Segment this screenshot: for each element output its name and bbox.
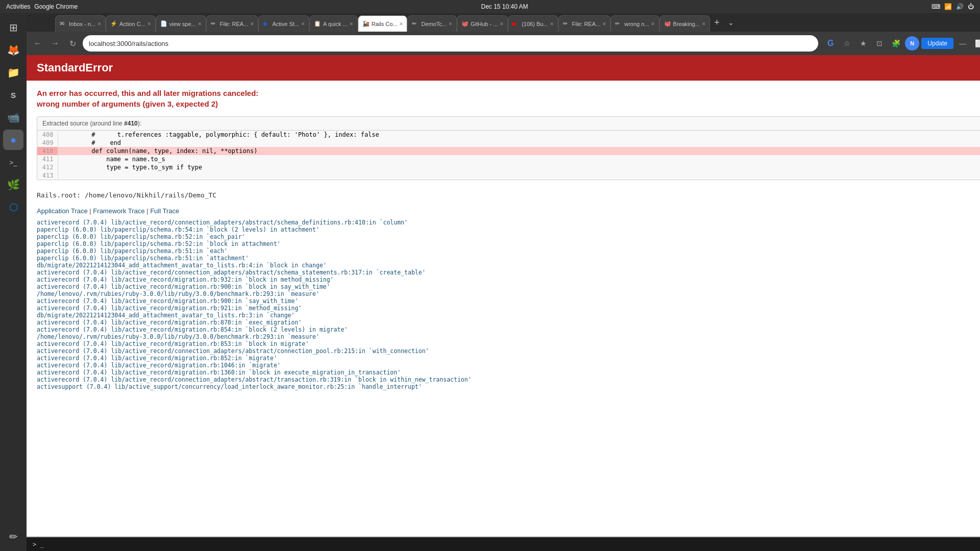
source-label: Extracted source (around line #410): (37, 117, 980, 131)
update-button[interactable]: Update (921, 38, 953, 49)
trace-item-link-0[interactable]: activerecord (7.0.4) lib/active_record/c… (37, 219, 408, 226)
trace-item-link-2[interactable]: paperclip (6.0.0) lib/paperclip/schema.r… (37, 233, 246, 240)
reload-button[interactable]: ↻ (65, 36, 80, 51)
firefox-icon[interactable]: 🦊 (3, 40, 23, 60)
trace-item-link-21[interactable]: activerecord (7.0.4) lib/active_record/m… (37, 369, 401, 376)
trace-list-item: paperclip (6.0.0) lib/paperclip/schema.r… (37, 255, 980, 262)
slack-icon[interactable]: S (3, 85, 23, 105)
sublime-icon[interactable]: ✏ (3, 527, 23, 547)
line-number: 413 (37, 171, 58, 180)
tab-github[interactable]: 🐙 GitHub - ... × (457, 15, 508, 32)
trace-item-link-23[interactable]: activesupport (7.0.4) lib/active_support… (37, 383, 422, 390)
sourcetree-icon[interactable]: 🌿 (3, 174, 23, 195)
os-datetime: Dec 15 10:40 AM (481, 3, 528, 10)
source-block: Extracted source (around line #410): 408… (37, 116, 980, 180)
trace-item-link-8[interactable]: activerecord (7.0.4) lib/active_record/m… (37, 276, 334, 283)
trace-item-link-22[interactable]: activerecord (7.0.4) lib/active_record/c… (37, 376, 472, 383)
toolbar-icons: G ☆ ★ ⊡ 🧩 N Update — ⬜ × (823, 36, 980, 51)
trace-item-link-17[interactable]: activerecord (7.0.4) lib/active_record/m… (37, 340, 309, 347)
tab-viewspec[interactable]: 📄 view spe... × (156, 15, 206, 32)
trace-item-link-13[interactable]: db/migrate/20221214123044_add_attachment… (37, 312, 295, 319)
trace-item-link-5[interactable]: paperclip (6.0.0) lib/paperclip/schema.r… (37, 255, 249, 262)
address-input[interactable] (83, 35, 818, 52)
tab-inbox[interactable]: ✉ Inbox - n... × (55, 15, 106, 32)
trace-item-link-6[interactable]: db/migrate/20221214123044_add_attachment… (37, 262, 327, 269)
tab-railsco[interactable]: 🚂 Rails Co... × (358, 15, 408, 32)
google-search-icon[interactable]: G (823, 36, 838, 51)
network-icon: 📶 (944, 3, 952, 10)
trace-item-link-18[interactable]: activerecord (7.0.4) lib/active_record/c… (37, 347, 429, 355)
tab-action[interactable]: ⚡ Action C... × (106, 15, 156, 32)
terminal-icon[interactable]: >_ (3, 152, 23, 172)
trace-item-link-12[interactable]: activerecord (7.0.4) lib/active_record/m… (37, 305, 302, 312)
trace-item-link-4[interactable]: paperclip (6.0.0) lib/paperclip/schema.r… (37, 247, 228, 255)
tab-106bu-close[interactable]: × (550, 20, 554, 28)
line-code: type = type.to_sym if type (58, 163, 980, 171)
favorites-icon[interactable]: ★ (856, 36, 870, 51)
tab-wrong[interactable]: ✏ wrong n... × (610, 15, 659, 32)
trace-item-link-19[interactable]: activerecord (7.0.4) lib/active_record/m… (37, 355, 277, 362)
trace-item-link-16[interactable]: /home/lenovo/.rvm/rubies/ruby-3.0.0/lib/… (37, 333, 320, 340)
tab-actives[interactable]: ◆ Active St... × (258, 15, 309, 32)
tab-railsco-label: Rails Co... (372, 21, 398, 27)
application-trace-link[interactable]: Application Trace (37, 207, 88, 215)
chrome-icon[interactable]: ● (3, 130, 23, 150)
bookmark-icon[interactable]: ☆ (840, 36, 854, 51)
vscode-icon[interactable]: ⬡ (3, 197, 23, 217)
full-trace-link[interactable]: Full Trace (150, 207, 179, 215)
tab-actives-close[interactable]: × (301, 20, 305, 28)
tab-file-readme2[interactable]: ✏ File: REA... × (558, 15, 611, 32)
trace-item-link-9[interactable]: activerecord (7.0.4) lib/active_record/m… (37, 283, 330, 290)
tab-inbox-favicon: ✉ (60, 20, 67, 28)
trace-list-item: activerecord (7.0.4) lib/active_record/m… (37, 326, 980, 333)
tab-demotc[interactable]: ✏ DemoTc... × (407, 15, 457, 32)
tab-inbox-label: Inbox - n... (69, 21, 95, 27)
rails-root: Rails.root: /home/lenovo/Nikhil/rails/De… (27, 188, 980, 205)
tab-file-readme1-close[interactable]: × (250, 20, 254, 28)
activities-button[interactable]: Activities (6, 3, 30, 10)
extensions-icon[interactable]: 🧩 (889, 36, 903, 51)
tab-breaking-close[interactable]: × (702, 20, 705, 28)
maximize-button[interactable]: ⬜ (972, 36, 980, 51)
tab-demotc-close[interactable]: × (449, 20, 452, 28)
trace-item-link-3[interactable]: paperclip (6.0.0) lib/paperclip/schema.r… (37, 240, 281, 247)
tab-list-button[interactable]: ⌄ (724, 18, 738, 27)
tab-aquick[interactable]: 📋 A quick ... × (309, 15, 358, 32)
tab-github-close[interactable]: × (500, 20, 503, 28)
minimize-button[interactable]: — (955, 36, 970, 51)
tab-wrong-favicon: ✏ (615, 20, 622, 28)
trace-item-link-7[interactable]: activerecord (7.0.4) lib/active_record/c… (37, 269, 426, 276)
tab-file-readme2-close[interactable]: × (602, 20, 606, 28)
tab-file-readme1[interactable]: ✏ File: REA... × (206, 15, 259, 32)
power-icon: ⏻ (968, 3, 974, 10)
trace-item-link-20[interactable]: activerecord (7.0.4) lib/active_record/m… (37, 362, 281, 369)
forward-button[interactable]: → (48, 36, 62, 51)
app-name-label: Google Chrome (34, 3, 78, 10)
tab-action-close[interactable]: × (148, 20, 151, 28)
apps-icon[interactable]: ⊞ (3, 17, 23, 38)
trace-list-item: db/migrate/20221214123044_add_attachment… (37, 262, 980, 269)
tab-aquick-favicon: 📋 (314, 20, 321, 28)
tab-railsco-close[interactable]: × (399, 20, 403, 28)
tab-wrong-close[interactable]: × (651, 20, 655, 28)
new-tab-button[interactable]: + (710, 17, 724, 28)
trace-item-link-15[interactable]: activerecord (7.0.4) lib/active_record/m… (37, 326, 348, 333)
tab-aquick-close[interactable]: × (350, 20, 353, 28)
trace-item-link-14[interactable]: activerecord (7.0.4) lib/active_record/m… (37, 319, 302, 326)
back-button[interactable]: ← (31, 36, 45, 51)
meet-icon[interactable]: 📹 (3, 107, 23, 128)
keyboard-icon: ⌨ (932, 3, 940, 10)
source-code-row: 411 name = name.to_s (37, 155, 980, 163)
tab-viewspec-label: view spe... (169, 21, 196, 27)
tab-viewspec-close[interactable]: × (198, 20, 202, 28)
profile-icon[interactable]: N (905, 36, 919, 51)
trace-item-link-1[interactable]: paperclip (6.0.0) lib/paperclip/schema.r… (37, 226, 320, 233)
files-icon[interactable]: 📁 (3, 62, 23, 83)
tab-breaking[interactable]: 🐙 Breaking... × (659, 15, 710, 32)
trace-item-link-10[interactable]: /home/lenovo/.rvm/rubies/ruby-3.0.0/lib/… (37, 290, 320, 297)
trace-item-link-11[interactable]: activerecord (7.0.4) lib/active_record/m… (37, 297, 298, 305)
tab-inbox-close[interactable]: × (97, 20, 101, 28)
tab-106bu[interactable]: ▶ (106) Bu... × (508, 15, 558, 32)
framework-trace-link[interactable]: Framework Trace (93, 207, 144, 215)
tab-group-icon[interactable]: ⊡ (872, 36, 887, 51)
